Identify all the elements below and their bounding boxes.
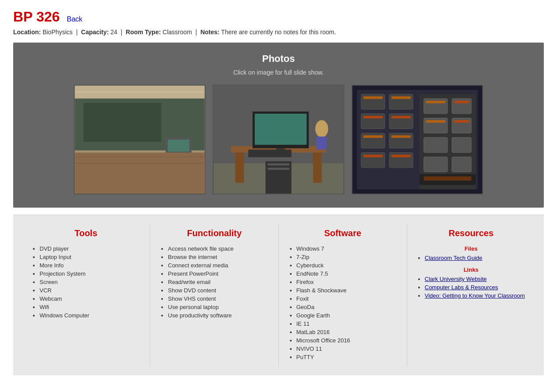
tools-heading: Tools: [31, 228, 141, 238]
svg-rect-57: [424, 157, 448, 172]
links-list: Clark University WebsiteComputer Labs & …: [416, 276, 526, 299]
svg-rect-28: [268, 163, 289, 165]
list-item: Connect external media: [168, 262, 269, 269]
resource-link[interactable]: Computer Labs & Resources: [425, 284, 498, 291]
bottom-section: Tools DVD playerLaptop InputMore InfoPro…: [13, 215, 544, 375]
svg-rect-43: [391, 97, 411, 99]
list-item: MatLab 2016: [297, 329, 398, 335]
list-item: More Info: [40, 262, 141, 269]
svg-rect-14: [75, 153, 204, 194]
photos-grid: [22, 85, 535, 194]
svg-rect-31: [317, 137, 327, 150]
resources-column: Resources Files Classroom Tech Guide Lin…: [407, 224, 535, 367]
list-item: Browse the internet: [168, 254, 269, 260]
software-column: Software Windows 77-ZipCyberduckEndNote …: [279, 224, 407, 367]
photo-2[interactable]: [213, 85, 344, 194]
svg-rect-55: [424, 137, 448, 152]
svg-rect-20: [235, 153, 244, 183]
location-value: BioPhysics: [43, 29, 72, 36]
list-item: Video: Getting to Know Your Classroom: [425, 292, 526, 299]
list-item: Clark University Website: [425, 276, 526, 282]
list-item: Present PowerPoint: [168, 270, 269, 277]
software-list: Windows 77-ZipCyberduckEndNote 7.5Firefo…: [288, 245, 398, 360]
capacity-value: 24: [110, 29, 117, 36]
notes-label: Notes:: [200, 29, 220, 36]
links-subheading: Links: [416, 266, 526, 273]
svg-rect-26: [248, 150, 291, 158]
list-item: Computer Labs & Resources: [425, 284, 526, 291]
svg-rect-45: [391, 116, 411, 119]
list-item: Microsoft Office 2016: [297, 337, 398, 344]
software-heading: Software: [288, 228, 398, 238]
svg-rect-48: [363, 155, 383, 157]
files-list: Classroom Tech Guide: [416, 255, 526, 261]
svg-rect-13: [168, 140, 189, 152]
list-item: Windows Computer: [40, 312, 141, 319]
notes-value: There are currently no notes for this ro…: [221, 29, 336, 36]
list-item: Show DVD content: [168, 287, 269, 294]
photos-subtitle: Click on image for full slide show.: [22, 69, 535, 76]
svg-rect-61: [426, 120, 445, 123]
capacity-label: Capacity:: [81, 29, 109, 36]
svg-point-30: [315, 120, 329, 137]
room-type-value: Classroom: [163, 29, 192, 36]
tools-list: DVD playerLaptop InputMore InfoProjectio…: [31, 245, 141, 319]
list-item: Classroom Tech Guide: [425, 255, 526, 261]
room-info: Location: BioPhysics | Capacity: 24 | Ro…: [13, 29, 544, 36]
list-item: PuTTY: [297, 354, 398, 360]
list-item: EndNote 7.5: [297, 270, 398, 277]
list-item: Firefox: [297, 279, 398, 285]
title-row: BP 326 Back: [13, 9, 544, 25]
room-title: BP 326: [13, 9, 60, 25]
page-header: BP 326 Back Location: BioPhysics | Capac…: [13, 9, 544, 36]
list-item: Flash & Shockwave: [297, 287, 398, 294]
list-item: Read/write email: [168, 279, 269, 285]
list-item: IE 11: [297, 320, 398, 327]
list-item: Access network file space: [168, 245, 269, 252]
svg-rect-21: [313, 153, 322, 183]
svg-rect-49: [391, 155, 411, 157]
svg-rect-4: [83, 103, 161, 142]
list-item: Use personal laptop: [168, 304, 269, 310]
room-type-label: Room Type:: [126, 29, 161, 36]
list-item: 7-Zip: [297, 254, 398, 260]
resources-heading: Resources: [416, 228, 526, 238]
list-item: Cyberduck: [297, 262, 398, 269]
photo-3[interactable]: [351, 85, 483, 194]
photos-heading: Photos: [22, 53, 535, 65]
svg-rect-62: [454, 120, 469, 123]
list-item: Projection System: [40, 270, 141, 277]
functionality-column: Functionality Access network file spaceB…: [150, 224, 278, 367]
functionality-heading: Functionality: [159, 228, 269, 238]
list-item: Use productivity software: [168, 312, 269, 319]
functionality-list: Access network file spaceBrowse the inte…: [159, 245, 269, 319]
svg-rect-58: [452, 157, 471, 172]
svg-rect-64: [424, 176, 471, 181]
list-item: VCR: [40, 287, 141, 294]
svg-rect-23: [255, 114, 307, 145]
list-item: Wifi: [40, 304, 141, 310]
list-item: Foxit: [297, 295, 398, 302]
photo-1[interactable]: [74, 85, 206, 194]
svg-rect-56: [452, 137, 471, 152]
svg-rect-44: [363, 116, 383, 119]
list-item: GeoDa: [297, 304, 398, 310]
location-label: Location:: [13, 29, 41, 36]
svg-rect-47: [391, 135, 411, 138]
list-item: Webcam: [40, 295, 141, 302]
svg-rect-46: [363, 135, 383, 138]
resource-link[interactable]: Classroom Tech Guide: [425, 255, 482, 261]
tools-column: Tools DVD playerLaptop InputMore InfoPro…: [22, 224, 150, 367]
svg-rect-29: [268, 168, 289, 170]
list-item: Google Earth: [297, 312, 398, 319]
resource-link[interactable]: Clark University Website: [425, 276, 487, 282]
list-item: NVIVO 11: [297, 345, 398, 352]
svg-rect-27: [265, 161, 291, 194]
resource-link[interactable]: Video: Getting to Know Your Classroom: [425, 292, 525, 299]
list-item: Screen: [40, 279, 141, 285]
back-link[interactable]: Back: [67, 15, 83, 23]
files-subheading: Files: [416, 245, 526, 252]
svg-rect-42: [363, 97, 383, 99]
list-item: DVD player: [40, 245, 141, 252]
list-item: Laptop Input: [40, 254, 141, 260]
